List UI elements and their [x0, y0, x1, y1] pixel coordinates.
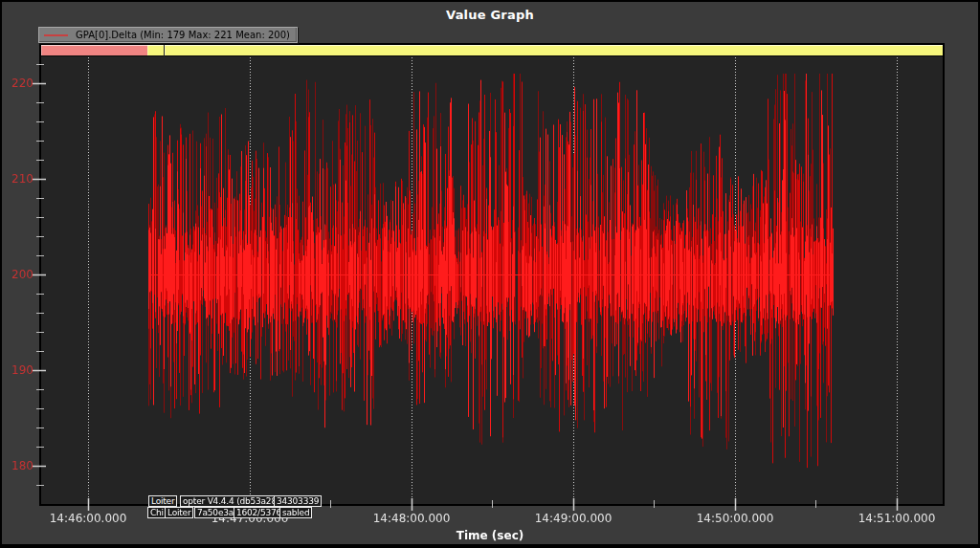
x-axis-label: Time (sec)	[2, 529, 978, 542]
msg-box-memory: 1602/5376	[234, 507, 284, 518]
plot-canvas[interactable]	[2, 2, 980, 548]
y-tick-label-200: 200	[4, 268, 33, 281]
y-tick-label-190: 190	[4, 363, 33, 377]
mode-bar-segment-3	[165, 45, 943, 55]
msg-box-hash: 7a50e3a	[194, 507, 236, 518]
msg-box-chibios: Chi	[147, 507, 167, 518]
y-tick-label-210: 210	[4, 172, 33, 186]
msg-box-firmware: opter V4.4.4 (db53a28f)	[180, 495, 285, 507]
x-tick-label-1449: 14:49:00.000	[527, 512, 619, 525]
msg-box-loiter-1: Loiter	[148, 495, 177, 507]
y-tick-label-180: 180	[4, 459, 33, 472]
msg-box-serial: 34303339	[274, 495, 322, 507]
x-tick-label-1448: 14:48:00.000	[366, 512, 457, 525]
legend: GPA[0].Delta (Min: 179 Max: 221 Mean: 20…	[38, 27, 298, 43]
mode-bar-segment-1	[41, 45, 147, 55]
msg-box-disabled: sabled	[279, 507, 312, 518]
legend-line-sample-icon	[44, 34, 68, 36]
y-tick-label-220: 220	[4, 77, 33, 90]
value-graph-window: Value Graph GPA[0].Delta (Min: 179 Max: …	[0, 0, 980, 548]
x-tick-label-1446: 14:46:00.000	[42, 512, 134, 525]
msg-box-loiter-2: Loiter	[165, 507, 193, 518]
x-tick-label-1451: 14:51:00.000	[851, 512, 943, 525]
mode-bar-segment-2	[147, 45, 164, 55]
legend-label: GPA[0].Delta (Min: 179 Max: 221 Mean: 20…	[76, 29, 290, 41]
x-tick-label-1450: 14:50:00.000	[689, 512, 781, 525]
